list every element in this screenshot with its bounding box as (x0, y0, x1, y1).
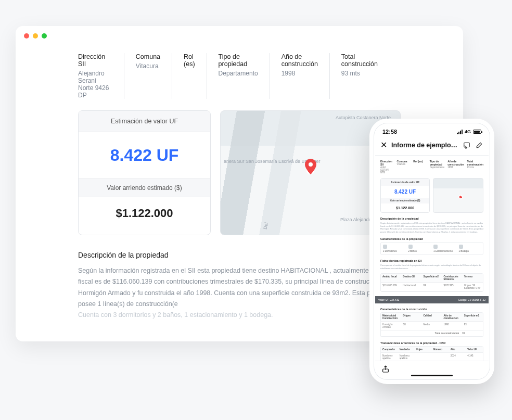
uf-value: 8.422 UF (79, 132, 210, 179)
storage-icon (459, 245, 463, 249)
th: Contribución trimestral (442, 274, 463, 283)
trans-table: Comprador Vendedor Fojas Número Año Valo… (380, 346, 483, 362)
maximize-dot[interactable] (42, 33, 47, 39)
td: $170.335 (442, 283, 463, 291)
panel-row: Estimación de valor UF 8.422 UF Valor ar… (78, 110, 401, 235)
description-title: Descripción de la propiedad (78, 251, 401, 259)
valuation-card: Estimación de valor UF 8.422 UF Valor ar… (78, 110, 211, 235)
doc-body[interactable]: Dirección SIIALEJ SERANI NTE ComunaVitac… (375, 156, 489, 366)
meta-value: Departamento (219, 70, 258, 77)
doc-title: Informe de ejemplo_Estimac... (391, 142, 458, 149)
meta-total: Total construcción 93 mts (341, 53, 389, 99)
mini-meta-val: Departamento (430, 166, 445, 169)
mini-valuation-card: Estimación de valor UF 8.422 UF Valor ar… (380, 178, 430, 213)
mini-map[interactable] (433, 178, 483, 213)
share-icon[interactable] (381, 365, 390, 375)
map-label: Del (262, 222, 269, 230)
th: Número (432, 347, 449, 353)
th: Calidad (421, 313, 442, 322)
bed-icon (383, 245, 387, 249)
th: Superficie m2 (463, 313, 483, 322)
mini-meta-val: 1998 (447, 166, 464, 169)
mini-meta-val: Vitacura (397, 163, 411, 166)
th: Comprador (381, 347, 398, 353)
description-body: Según la información registrada en el SI… (78, 267, 399, 308)
rent-label: Valor arriendo estimado ($) (79, 179, 210, 197)
mini-uf-label: Estimación de valor UF (381, 179, 429, 186)
mini-rent-value: $1.122.000 (381, 203, 429, 212)
mini-meta-label: Rol (es) (413, 160, 427, 163)
td: Origen: SII Superficie: 0 m² (463, 283, 483, 291)
phone-time: 12:58 (382, 129, 397, 135)
td: 93 (421, 283, 442, 291)
char-item: 1 Bodega (459, 245, 481, 252)
phone-screen: 12:58 4G ✕ Informe de ejemplo_Estimac...… (375, 124, 489, 378)
fichas-sub: Corresponde al avalúo fiscal de la propi… (380, 264, 483, 270)
mini-meta-val: ALEJ SERANI NTE (380, 166, 394, 174)
mini-rent-label: Valor arriendo estimado ($) (381, 198, 429, 203)
char-item: 1 Estacionamiento (433, 245, 456, 252)
property-meta-row: Dirección SII Alejandro Serani Norte 942… (78, 53, 401, 99)
description-body-fade: Cuenta con 3 dormitorios y 2 baños, 1 es… (78, 311, 273, 319)
mini-uf-value: 8.422 UF (381, 186, 429, 198)
th: Terreno (463, 274, 483, 283)
svg-rect-1 (464, 143, 470, 147)
td: 4.143 (466, 353, 483, 362)
meta-value: 1998 (281, 70, 318, 77)
th: Materialidad Construcción (381, 313, 401, 322)
td: Hormigón Armado (381, 322, 401, 330)
cast-icon[interactable] (463, 141, 471, 149)
td: Nombre y apellido (381, 353, 398, 362)
mini-meta-row: Dirección SIIALEJ SERANI NTE ComunaVitac… (380, 160, 483, 174)
meta-rol: Rol (es) (184, 53, 207, 99)
signal-bars-icon (457, 130, 463, 134)
mini-desc-text: Según la información registrada en el SI… (380, 222, 483, 233)
battery-icon (473, 130, 481, 134)
mini-meta-label: Tipo de propiedad (430, 160, 445, 166)
edit-icon[interactable] (475, 141, 483, 149)
td (415, 353, 432, 362)
minimize-dot[interactable] (33, 33, 38, 39)
uf-label: Estimación de valor UF (79, 111, 210, 132)
map-pin-icon (304, 159, 317, 176)
close-dot[interactable] (24, 33, 29, 39)
total-value: 93 (460, 330, 483, 337)
bath-icon (408, 245, 413, 249)
close-icon[interactable]: ✕ (380, 140, 387, 150)
char-item: 3 Dormitorios (383, 245, 405, 252)
td: $116.060.139 (381, 283, 401, 291)
char-row: 3 Dormitorios 2 Baños 1 Estacionamiento … (380, 242, 483, 255)
description-text: Según la información registrada en el SI… (78, 265, 401, 321)
mini-meta-val: 93 mts (467, 166, 483, 169)
mini-desc-title: Descripción de la propiedad (380, 217, 483, 220)
signal-text: 4G (465, 129, 471, 134)
meta-comuna: Comuna Vitacura (136, 53, 172, 99)
th: Superficie m2 (421, 274, 442, 283)
td: 2014 (449, 353, 466, 362)
meta-label: Tipo de propiedad (219, 53, 258, 68)
td: Habitacional (401, 283, 421, 291)
meta-direccion: Dirección SII Alejandro Serani Norte 942… (78, 53, 124, 99)
char-item: 2 Baños (408, 245, 431, 252)
td (432, 353, 449, 362)
trans-title: Transacciones anteriores de la propiedad… (380, 341, 483, 345)
meta-value: Vitacura (136, 62, 160, 70)
status-right: 4G (457, 129, 481, 134)
summary-bar: Valor: UF 234.432 Código: EV-00068-F-22 (375, 296, 489, 303)
th: Vendedor (398, 347, 415, 353)
th: Origen (401, 313, 421, 322)
td: 93 (463, 322, 483, 330)
mini-meta-label: Año de construcción (447, 160, 464, 166)
phone-frame: 12:58 4G ✕ Informe de ejemplo_Estimac...… (369, 119, 494, 384)
th: Año de construcción (442, 313, 463, 322)
car-icon (433, 245, 438, 249)
mini-meta-label: Total construcción (467, 160, 483, 166)
summary-value: Valor: UF 234.432 (378, 298, 399, 301)
th: Valor UF (466, 347, 483, 353)
td: SII (401, 322, 421, 330)
th: Año (449, 347, 466, 353)
mini-panel-row: Estimación de valor UF 8.422 UF Valor ar… (380, 178, 483, 213)
home-indicator[interactable] (411, 375, 453, 376)
meta-value: 93 mts (341, 70, 378, 77)
td: 1998 (442, 322, 463, 330)
